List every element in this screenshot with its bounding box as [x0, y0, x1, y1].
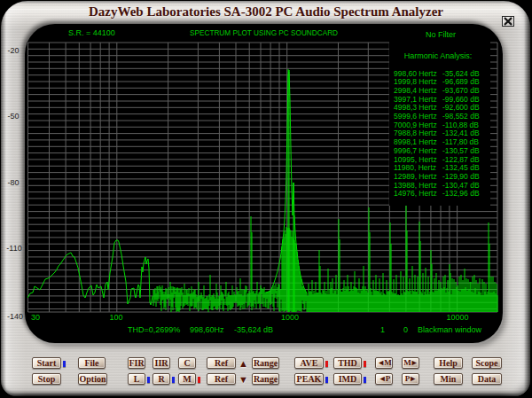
- svg-text:11980, Hertz: 11980, Hertz: [394, 163, 436, 172]
- svg-text:-140: -140: [7, 312, 23, 321]
- svg-text:9996,7 Hertz: 9996,7 Hertz: [394, 146, 437, 155]
- svg-text:THD=0,2699%: THD=0,2699%: [128, 325, 180, 334]
- svg-text:14976, Hertz: 14976, Hertz: [394, 189, 437, 198]
- svg-text:-130,47 dB: -130,47 dB: [442, 181, 480, 190]
- svg-text:998,60 Hertz: 998,60 Hertz: [394, 69, 437, 78]
- svg-text:7988,8 Hertz: 7988,8 Hertz: [394, 129, 437, 137]
- svg-text:-92,600 dB: -92,600 dB: [442, 103, 480, 112]
- svg-text:12989, Hertz: 12989, Hertz: [394, 172, 437, 181]
- svg-text:-35,624 dB: -35,624 dB: [234, 325, 273, 334]
- svg-text:5999,6 Hertz: 5999,6 Hertz: [394, 112, 437, 121]
- svg-text:1999,8 Hertz: 1999,8 Hertz: [394, 77, 437, 86]
- svg-text:Harmonic Analysis:: Harmonic Analysis:: [404, 51, 473, 60]
- svg-text:-129,90 dB: -129,90 dB: [442, 172, 480, 181]
- svg-text:-117,80 dB: -117,80 dB: [442, 137, 479, 146]
- svg-text:30: 30: [31, 313, 40, 322]
- svg-text:100: 100: [109, 313, 122, 322]
- svg-text:2998,4 Hertz: 2998,4 Hertz: [394, 86, 437, 95]
- svg-text:-35,624 dB: -35,624 dB: [442, 69, 480, 78]
- svg-text:10995, Hertz: 10995, Hertz: [394, 155, 437, 164]
- svg-text:1000: 1000: [281, 313, 299, 322]
- svg-text:-110,88 dB: -110,88 dB: [442, 121, 479, 129]
- svg-text:-132,41 dB: -132,41 dB: [442, 129, 480, 137]
- svg-text:10000: 10000: [446, 313, 468, 322]
- svg-text:-80: -80: [7, 178, 19, 187]
- svg-text:-50: -50: [7, 112, 19, 121]
- svg-text:No Filter: No Filter: [426, 30, 456, 39]
- svg-text:-130,57 dB: -130,57 dB: [442, 146, 480, 155]
- svg-text:SPECTRUM PLOT USING PC SOUNDCA: SPECTRUM PLOT USING PC SOUNDCARD: [190, 28, 338, 37]
- svg-text:-20: -20: [7, 46, 19, 55]
- svg-text:-110: -110: [6, 244, 21, 253]
- svg-text:-132,45 dB: -132,45 dB: [442, 163, 480, 172]
- svg-text:13988, Hertz: 13988, Hertz: [394, 181, 437, 190]
- svg-text:4998,3 Hertz: 4998,3 Hertz: [394, 103, 437, 112]
- svg-text:-132,96 dB: -132,96 dB: [442, 189, 480, 198]
- svg-text:-93,670 dB: -93,670 dB: [442, 86, 480, 95]
- svg-text:7000,9 Hertz: 7000,9 Hertz: [394, 121, 437, 129]
- svg-text:998,60Hz: 998,60Hz: [190, 325, 224, 334]
- svg-text:-96,689 dB: -96,689 dB: [442, 77, 480, 86]
- svg-text:S.R. = 44100: S.R. = 44100: [68, 28, 115, 37]
- svg-text:1: 1: [380, 325, 385, 334]
- svg-text:0: 0: [403, 325, 408, 334]
- svg-text:-98,552 dB: -98,552 dB: [442, 112, 480, 121]
- svg-text:Blackman window: Blackman window: [418, 325, 482, 334]
- svg-text:8998,1 Hertz: 8998,1 Hertz: [394, 137, 437, 146]
- svg-text:-99,660 dB: -99,660 dB: [442, 95, 480, 104]
- svg-text:-122,87 dB: -122,87 dB: [442, 155, 480, 164]
- svg-text:3997,1 Hertz: 3997,1 Hertz: [394, 95, 437, 104]
